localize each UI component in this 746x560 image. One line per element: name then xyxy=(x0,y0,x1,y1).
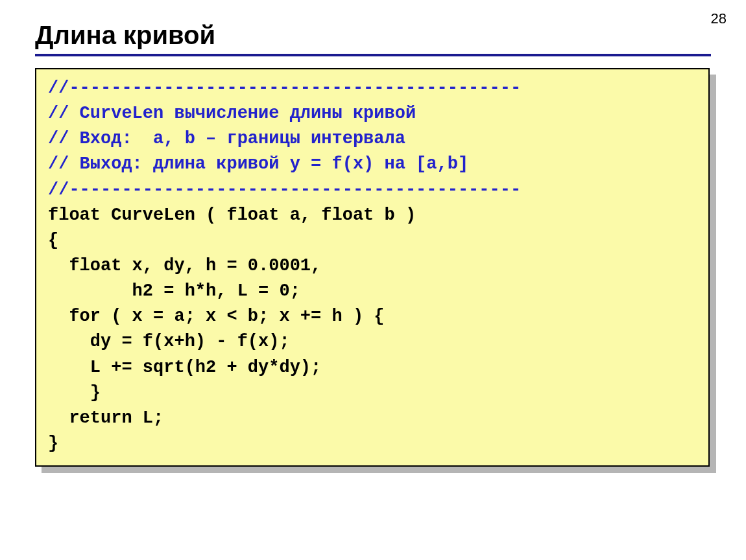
code-line-14: return L; xyxy=(48,408,163,428)
code-line-2: // CurveLen вычисление длины кривой xyxy=(48,104,416,123)
code-line-1: //--------------------------------------… xyxy=(48,78,521,98)
code-line-4: // Выход: длина кривой y = f(x) на [a,b] xyxy=(48,154,468,174)
page-number: 28 xyxy=(711,10,727,27)
code-line-10: for ( x = a; x < b; x += h ) { xyxy=(48,307,384,326)
code-line-8: float x, dy, h = 0.0001, xyxy=(48,256,321,275)
code-line-15: } xyxy=(48,434,58,453)
code-line-11: dy = f(x+h) - f(x); xyxy=(48,332,290,351)
code-line-3: // Вход: a, b – границы интервала xyxy=(48,129,405,148)
code-block-box: //--------------------------------------… xyxy=(35,68,710,467)
code-block: //--------------------------------------… xyxy=(35,68,710,467)
code-line-12: L += sqrt(h2 + dy*dy); xyxy=(48,358,321,377)
code-line-5: //--------------------------------------… xyxy=(48,180,521,200)
code-pre: //--------------------------------------… xyxy=(48,76,697,456)
title-rule xyxy=(35,54,711,56)
slide-title: Длина кривой xyxy=(35,21,711,50)
code-line-9: h2 = h*h, L = 0; xyxy=(48,281,300,301)
code-line-13: } xyxy=(48,383,101,402)
slide-page: 28 Длина кривой //----------------------… xyxy=(0,0,746,560)
code-line-6: float CurveLen ( float a, float b ) xyxy=(48,205,416,225)
code-line-7: { xyxy=(48,231,58,250)
